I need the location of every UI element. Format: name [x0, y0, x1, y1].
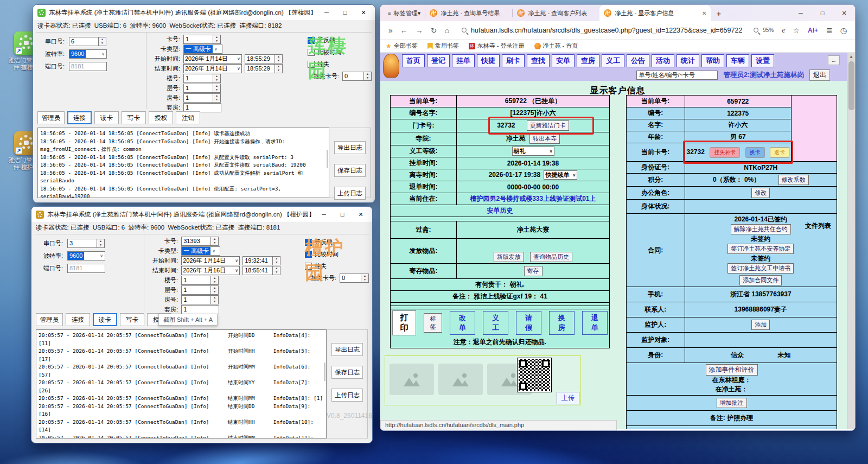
nav-button[interactable]: 刷卡: [502, 54, 525, 67]
end-time-spinner[interactable]: ▲▼: [273, 266, 280, 275]
logout-button[interactable]: 退出: [809, 69, 830, 81]
bookmark-frequent[interactable]: 常用书签: [427, 42, 459, 50]
order-search-input[interactable]: 单号/姓名/编号/~卡号: [636, 71, 718, 80]
nav-button[interactable]: 活动: [652, 54, 674, 67]
connect-button[interactable]: 连接: [66, 313, 90, 326]
minimize-button[interactable]: ─: [315, 208, 333, 221]
floor-input[interactable]: 1: [181, 285, 211, 295]
titlebar[interactable]: 东林寺挂单系统 (净土苑雅洁门禁本机中间件) 通讯服务端 (祖庭网络部rd@do…: [31, 207, 372, 222]
tab-show-customer-info[interactable]: 卍 净土苑 - 显示客户信息 ✕: [599, 5, 711, 21]
room-input[interactable]: 1: [181, 295, 211, 304]
deposit-button[interactable]: 寄存: [524, 266, 542, 276]
nav-button[interactable]: 义工: [602, 54, 624, 67]
close-button[interactable]: ✕: [352, 208, 370, 221]
quick-renew-select[interactable]: 快捷续单∨: [544, 170, 577, 180]
floor-input[interactable]: 1: [183, 84, 213, 93]
save-log-button[interactable]: 保存日志: [334, 164, 366, 177]
tab-manager-button[interactable]: ≡标签管理 ▾: [384, 9, 425, 17]
start-date-picker[interactable]: 2026年 1月14日∨: [181, 256, 240, 265]
write-card-button[interactable]: 写卡: [120, 313, 144, 326]
print-button[interactable]: 打印: [392, 310, 416, 335]
tab-query-customers[interactable]: 卍 净土苑 - 查询客户列表: [513, 5, 599, 21]
home-icon[interactable]: ⌂: [441, 26, 453, 35]
nav-button[interactable]: 首页: [402, 54, 425, 67]
volunteer-level-select[interactable]: 朝礼∨: [512, 147, 554, 156]
end-time-input[interactable]: 18:55:29: [245, 64, 275, 73]
connect-button[interactable]: 连接: [67, 111, 92, 124]
order-action-button[interactable]: 换房: [549, 311, 575, 335]
favorite-star-icon[interactable]: ☆: [789, 26, 803, 35]
transfer-out-button[interactable]: 转出本寺: [529, 134, 560, 144]
serial-input[interactable]: 6: [69, 37, 99, 46]
upload-log-button[interactable]: 上传日志: [334, 187, 366, 200]
nav-button[interactable]: 挂单: [452, 54, 475, 67]
suite-input[interactable]: 1: [181, 305, 219, 314]
building-spinner[interactable]: ▲▼: [213, 74, 221, 83]
port-input[interactable]: 8181: [67, 264, 105, 273]
serial-spinner[interactable]: ▲▼: [99, 37, 106, 46]
nav-back-button[interactable]: ←: [828, 55, 840, 65]
baud-select[interactable]: 9600∨: [69, 49, 107, 59]
new-tab-button[interactable]: +: [711, 9, 726, 18]
browser-minimize-button[interactable]: ─: [790, 5, 812, 21]
read-card-button[interactable]: 读卡: [94, 111, 119, 124]
scroll-up-icon[interactable]: ▲: [847, 53, 855, 59]
return-card-button[interactable]: 退卡: [770, 147, 789, 158]
update-doorcard-button[interactable]: 更新雅洁门卡: [527, 120, 569, 131]
nav-button[interactable]: 快捷: [477, 54, 500, 67]
start-time-spinner[interactable]: ▲▼: [273, 256, 280, 265]
forward-icon[interactable]: →: [412, 26, 427, 35]
serial-spinner[interactable]: ▲▼: [97, 239, 105, 248]
close-button[interactable]: ✕: [354, 6, 373, 19]
nav-button[interactable]: 设置: [751, 54, 774, 67]
cancel-cohabit-contract-button[interactable]: 解除净土苑共住合约: [731, 224, 791, 234]
logout-button[interactable]: 注销: [176, 111, 200, 124]
end-date-picker[interactable]: 2026年 1月16日∨: [181, 266, 240, 275]
order-action-button[interactable]: 请假: [516, 311, 541, 335]
edit-coefficient-button[interactable]: 修改系数: [778, 175, 809, 185]
nav-button[interactable]: 车辆: [726, 54, 749, 67]
report-lost-button[interactable]: 挂失补卡: [710, 147, 740, 158]
export-log-button[interactable]: 导出日志: [334, 141, 366, 154]
sign-volunteer-application-button[interactable]: 签订净土苑义工申请书: [727, 263, 794, 274]
address-bar[interactable]: hufatuan.lsdls.cn/hufatuan/srcdls/dls_gu…: [456, 23, 750, 37]
bookmark-donglin-login[interactable]: 林东林寺 - 登录注册: [469, 42, 525, 50]
scroll-thumb[interactable]: [848, 61, 854, 110]
log-output[interactable]: 20:05:57 - 2026-01-14 20:05:57 [ConnectT…: [36, 329, 327, 438]
new-grant-button[interactable]: 新版发放: [494, 252, 524, 262]
log-output[interactable]: 18:56:05 - 2026-01-14 18:56:05 [ConnectT…: [37, 128, 329, 198]
cardtype-select[interactable]: 一 高级卡∨: [181, 246, 220, 256]
order-action-button[interactable]: 义工: [483, 311, 508, 335]
nav-button[interactable]: 登记: [427, 54, 450, 67]
add-annotation-button[interactable]: 增加批注: [717, 398, 747, 408]
admin-button[interactable]: 管理员: [37, 111, 65, 124]
history-clock-icon[interactable]: ◷: [837, 26, 851, 35]
minimize-button[interactable]: ─: [317, 6, 336, 19]
room-spinner[interactable]: ▲▼: [211, 295, 219, 304]
extensions-chevron-icon[interactable]: »: [385, 26, 397, 35]
item-history-button[interactable]: 查询物品历史: [530, 252, 572, 262]
card-input[interactable]: 31393: [181, 237, 211, 246]
maximize-button[interactable]: □: [333, 208, 352, 221]
building-spinner[interactable]: ▲▼: [211, 276, 219, 285]
upload-log-button[interactable]: 上传日志: [331, 389, 363, 402]
sign-no-care-agreement-button[interactable]: 签订净土苑不安养协定: [727, 244, 794, 254]
maximize-button[interactable]: □: [336, 6, 354, 19]
port-input[interactable]: 8181: [69, 62, 107, 71]
building-input[interactable]: 1: [183, 74, 213, 83]
start-time-spinner[interactable]: ▲▼: [275, 54, 283, 63]
tag-button[interactable]: 标签: [424, 313, 442, 333]
start-date-picker[interactable]: 2026年 1月14日∨: [183, 54, 242, 63]
room-input[interactable]: 1: [183, 93, 213, 103]
card-input[interactable]: 1: [183, 35, 213, 44]
nav-button[interactable]: 查找: [527, 54, 550, 67]
cardtype-select[interactable]: 一 高级卡∨: [183, 45, 222, 54]
titlebar[interactable]: 东林寺挂单系统 (净土苑雅洁门禁本机中间件) 通讯服务端 (祖庭网络部rd@do…: [33, 5, 375, 20]
start-time-input[interactable]: 18:55:29: [245, 54, 275, 63]
browser-maximize-button[interactable]: □: [812, 5, 833, 21]
ie-mode-icon[interactable]: e: [778, 26, 789, 35]
end-time-input[interactable]: 18:55:41: [242, 266, 273, 275]
floor-spinner[interactable]: ▲▼: [213, 84, 221, 93]
bookmark-all[interactable]: ★全部书签: [386, 42, 418, 50]
upload-photo-button[interactable]: 上传: [557, 392, 579, 404]
